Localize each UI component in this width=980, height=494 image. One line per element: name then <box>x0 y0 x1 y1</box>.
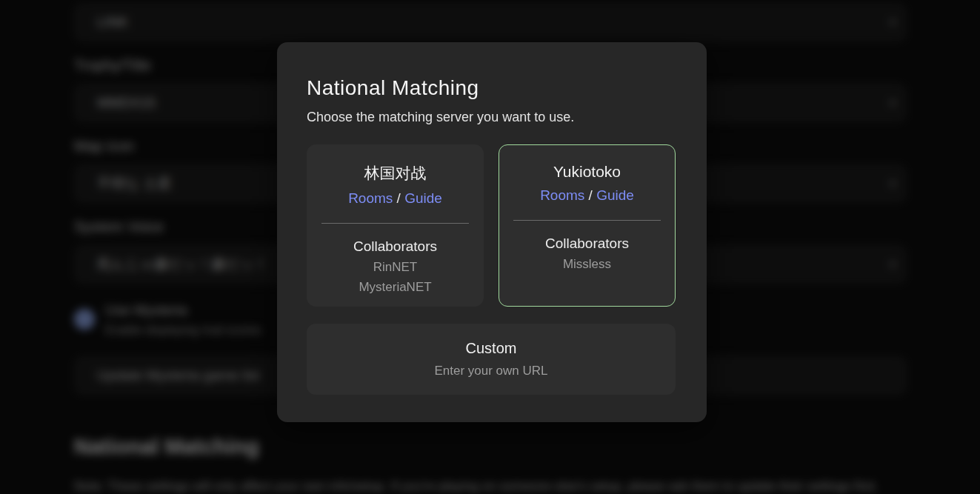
collaborators-label: Collaborators <box>499 236 675 252</box>
collaborators-label: Collaborators <box>307 238 483 255</box>
modal-title: National Matching <box>307 76 677 100</box>
custom-card-subtitle: Enter your own URL <box>307 364 676 378</box>
collaborator-name: RinNET <box>307 260 483 275</box>
rooms-link[interactable]: Rooms <box>348 190 393 206</box>
server-name: 林国对战 <box>307 163 483 184</box>
modal-subtitle: Choose the matching server you want to u… <box>307 110 677 125</box>
server-name: Yukiotoko <box>499 163 675 181</box>
server-card-yukiotoko[interactable]: Yukiotoko Rooms / Guide Collaborators Mi… <box>499 144 676 307</box>
guide-link[interactable]: Guide <box>596 187 634 203</box>
server-links: Rooms / Guide <box>499 187 675 204</box>
rooms-link[interactable]: Rooms <box>540 187 584 203</box>
custom-server-card[interactable]: Custom Enter your own URL <box>307 324 676 395</box>
divider <box>321 223 469 224</box>
collaborator-name: MysteriaNET <box>307 280 483 295</box>
link-separator: / <box>589 187 593 203</box>
server-options-row: 林国对战 Rooms / Guide Collaborators RinNET … <box>307 144 677 307</box>
page: LINK ▾ Trophy/Title MMDX15 ▾ Map icon 不明… <box>0 0 980 494</box>
national-matching-modal: National Matching Choose the matching se… <box>277 42 707 422</box>
server-links: Rooms / Guide <box>307 190 483 207</box>
custom-card-title: Custom <box>307 340 676 357</box>
divider <box>513 220 661 221</box>
link-separator: / <box>397 190 401 206</box>
collaborator-name: Missless <box>499 257 675 272</box>
guide-link[interactable]: Guide <box>404 190 442 206</box>
server-card-linguo[interactable]: 林国对战 Rooms / Guide Collaborators RinNET … <box>307 144 484 307</box>
